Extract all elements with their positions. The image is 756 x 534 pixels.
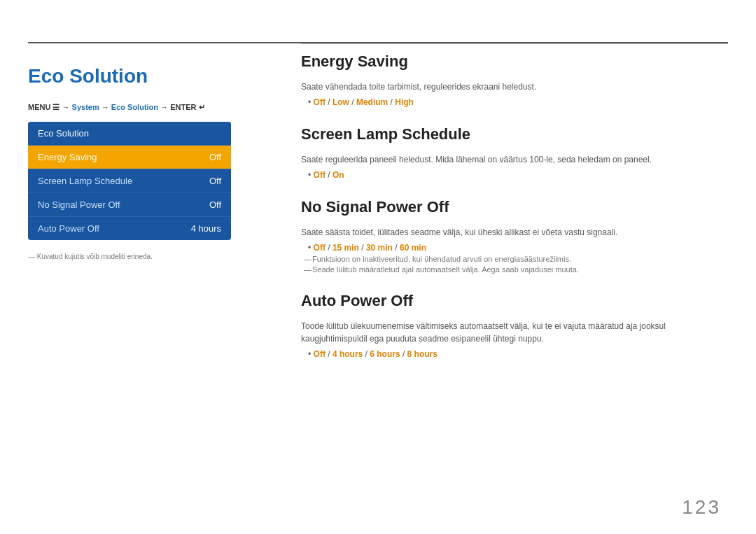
option-sep2: / [349, 97, 356, 107]
section-title-screen-lamp: Screen Lamp Schedule [301, 125, 728, 148]
option-sep-a1: / [326, 349, 332, 359]
section-screen-lamp: Screen Lamp Schedule Saate reguleerida p… [301, 125, 728, 180]
option-off-auto: Off [314, 349, 326, 359]
menu-step-system: System [72, 103, 99, 111]
section-energy-saving: Energy Saving Saate vähendada toite tarb… [301, 52, 728, 107]
option-off-screen: Off [314, 170, 326, 180]
section-desc-no-signal: Saate säästa toidet, lülitades seadme vä… [301, 226, 728, 239]
section-auto-power: Auto Power Off Toode lülitub ülekuumenem… [301, 292, 728, 359]
menu-item-auto-power[interactable]: Auto Power Off 4 hours [28, 217, 231, 240]
option-sep-s1: / [326, 243, 332, 253]
option-8hours: 8 hours [407, 349, 438, 359]
option-sep1: / [326, 97, 332, 107]
option-sep3: / [388, 97, 395, 107]
menu-icon: MENU ☰ → [28, 103, 72, 111]
option-off-energy: Off [314, 97, 326, 107]
section-title-auto-power: Auto Power Off [301, 292, 728, 314]
section-title-no-signal: No Signal Power Off [301, 198, 728, 220]
note-text: Kuvatud kujutis võib mudeliti erineda. [28, 253, 266, 260]
section-options-no-signal: Off / 15 min / 30 min / 60 min [308, 243, 728, 253]
option-30min: 30 min [366, 243, 393, 253]
option-sep-screen: / [326, 170, 332, 180]
section-title-energy-saving: Energy Saving [301, 52, 728, 75]
menu-item-label-auto-power: Auto Power Off [38, 223, 99, 234]
menu-box: Eco Solution Energy Saving Off Screen La… [28, 122, 231, 240]
section-options-screen-lamp: Off / On [308, 170, 728, 180]
option-6hours: 6 hours [370, 349, 400, 359]
section-desc-auto-power: Toode lülitub ülekuumenemise vältimiseks… [301, 320, 728, 345]
page-container: Eco Solution MENU ☰ → System → Eco Solut… [0, 0, 756, 534]
option-sep-a3: / [400, 349, 407, 359]
option-4hours: 4 hours [332, 349, 363, 359]
menu-item-energy-saving[interactable]: Energy Saving Off [28, 146, 231, 169]
option-sep-a2: / [363, 349, 370, 359]
section-desc-energy-saving: Saate vähendada toite tarbimist, regulee… [301, 80, 728, 93]
menu-box-title: Eco Solution [28, 122, 231, 146]
option-60min: 60 min [400, 243, 426, 253]
subnote-signal-2: Seade lülitub määratletud ajal automaats… [304, 265, 728, 274]
section-desc-screen-lamp: Saate reguleerida paneeli heledust. Mida… [301, 153, 728, 166]
option-off-signal: Off [314, 243, 326, 253]
menu-item-no-signal[interactable]: No Signal Power Off Off [28, 193, 231, 217]
page-number: 123 [682, 496, 721, 519]
menu-arrow-2: → ENTER ↵ [158, 103, 204, 111]
option-15min: 15 min [332, 243, 359, 253]
right-top-line [301, 43, 728, 44]
menu-item-value-no-signal: Off [209, 199, 221, 210]
menu-item-label-no-signal: No Signal Power Off [38, 199, 120, 210]
menu-item-label-energy-saving: Energy Saving [38, 152, 97, 162]
menu-item-label-screen-lamp: Screen Lamp Schedule [38, 176, 132, 186]
right-column: Energy Saving Saate vähendada toite tarb… [301, 52, 728, 377]
left-column: Eco Solution MENU ☰ → System → Eco Solut… [28, 52, 266, 260]
menu-arrow-1: → [99, 103, 111, 111]
menu-item-value-auto-power: 4 hours [191, 223, 221, 234]
menu-step-eco: Eco Solution [111, 103, 158, 111]
page-title: Eco Solution [28, 65, 266, 87]
option-high: High [395, 97, 414, 107]
section-no-signal: No Signal Power Off Saate säästa toidet,… [301, 198, 728, 274]
menu-item-value-screen-lamp: Off [209, 176, 221, 186]
section-options-auto-power: Off / 4 hours / 6 hours / 8 hours [308, 349, 728, 359]
menu-path: MENU ☰ → System → Eco Solution → ENTER ↵ [28, 103, 266, 112]
menu-item-screen-lamp[interactable]: Screen Lamp Schedule Off [28, 169, 231, 193]
option-sep-s3: / [393, 243, 400, 253]
option-on-screen: On [332, 170, 344, 180]
menu-item-value-energy-saving: Off [209, 152, 221, 162]
option-sep-s2: / [359, 243, 366, 253]
subnote-signal-1: Funktsioon on inaktiveeritud, kui ühenda… [304, 255, 728, 263]
option-low: Low [332, 97, 349, 107]
section-options-energy-saving: Off / Low / Medium / High [308, 97, 728, 107]
option-medium: Medium [356, 97, 388, 107]
